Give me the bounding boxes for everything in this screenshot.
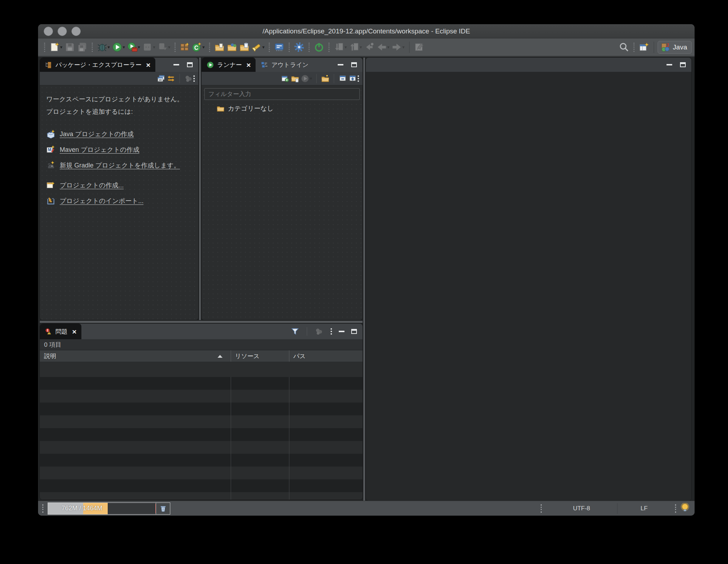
collapse-all-button[interactable]: [338, 74, 348, 84]
lightbulb-icon: [680, 503, 690, 512]
heap-status-widget[interactable]: 762M / 1464M: [48, 502, 170, 515]
maximize-view-button[interactable]: [351, 62, 357, 67]
save-button[interactable]: [64, 41, 76, 53]
toolbar-separator: [307, 327, 307, 336]
quick-access-search-button[interactable]: [618, 41, 630, 53]
back-button[interactable]: ▾: [375, 41, 391, 53]
filter-input[interactable]: [204, 88, 360, 100]
profile-button[interactable]: ▾: [141, 41, 156, 53]
close-window-button[interactable]: [44, 27, 53, 36]
toolbar-right-group: J Java: [618, 41, 692, 54]
maximize-view-button[interactable]: [680, 62, 686, 67]
maximize-view-button[interactable]: [351, 329, 357, 334]
smart-assist-button[interactable]: [680, 503, 690, 514]
expand-all-button[interactable]: [348, 74, 358, 84]
focus-on-active-task-button[interactable]: [183, 74, 193, 84]
console-view-button[interactable]: [273, 41, 285, 53]
zoom-window-button[interactable]: [71, 27, 81, 36]
run-configuration-button[interactable]: [280, 74, 290, 84]
tree-item-no-category[interactable]: カテゴリーなし: [202, 101, 363, 113]
search-button[interactable]: ▾: [251, 41, 266, 53]
toolbar-drag-handle[interactable]: [209, 43, 210, 52]
run-selected-button[interactable]: ▾: [300, 74, 313, 84]
filter-problems-button[interactable]: [290, 326, 300, 336]
java-perspective-button[interactable]: J Java: [658, 41, 692, 54]
tab-package-explorer[interactable]: パッケージ・エクスプローラー ×: [40, 58, 155, 72]
column-divider[interactable]: [231, 350, 231, 362]
tab-outline[interactable]: アウトライン: [256, 58, 313, 72]
minimize-window-button[interactable]: [58, 27, 67, 36]
maximize-view-button[interactable]: [187, 62, 193, 67]
run-button[interactable]: ▾: [111, 41, 126, 53]
minimize-view-button[interactable]: [339, 331, 344, 332]
toolbar-drag-handle[interactable]: [175, 43, 176, 52]
toolbar-separator: [316, 74, 317, 83]
save-all-button[interactable]: [76, 41, 89, 53]
minimize-view-button[interactable]: [338, 64, 343, 65]
run-garbage-collector-button[interactable]: [156, 503, 170, 514]
preferences-button[interactable]: [293, 41, 305, 53]
column-header-resource[interactable]: リソース: [235, 350, 259, 362]
create-gradle-project-link[interactable]: 新規 Gradle プロジェクトを作成します。: [60, 161, 180, 170]
open-type-icon: [214, 42, 225, 52]
coverage-button[interactable]: ▾: [156, 41, 172, 53]
sash-vertical[interactable]: [198, 58, 202, 321]
open-perspective-button[interactable]: [638, 41, 650, 53]
create-java-project-link[interactable]: Java プロジェクトの作成: [60, 130, 134, 138]
toolbar-drag-handle[interactable]: [44, 43, 45, 52]
collapse-all-button[interactable]: [156, 74, 166, 84]
statusbar-drag-handle[interactable]: [541, 504, 542, 513]
create-project-link[interactable]: プロジェクトの作成...: [60, 181, 124, 190]
toolbar-drag-handle[interactable]: [92, 43, 93, 52]
show-launch-configurations-button[interactable]: [290, 74, 300, 84]
statusbar-drag-handle[interactable]: [42, 504, 43, 513]
new-document-icon: [49, 42, 60, 52]
new-java-class-button[interactable]: C ▾: [191, 41, 206, 53]
gear-icon: [294, 42, 304, 52]
toolbar-drag-handle[interactable]: [328, 43, 330, 52]
view-menu-button[interactable]: [358, 75, 359, 82]
new-wizard-button[interactable]: ▾: [48, 41, 64, 53]
terminate-button[interactable]: [313, 41, 325, 53]
import-projects-link[interactable]: プロジェクトのインポート...: [60, 197, 144, 205]
encoding-indicator[interactable]: UTF-8: [546, 505, 617, 512]
list-item: M Maven プロジェクトの作成: [46, 145, 192, 154]
column-divider[interactable]: [289, 350, 289, 362]
last-edit-location-button[interactable]: [363, 41, 375, 53]
column-header-path[interactable]: パス: [293, 350, 306, 362]
close-tab-icon[interactable]: ×: [246, 61, 251, 69]
open-resource-button[interactable]: [238, 41, 251, 53]
toolbar-drag-handle[interactable]: [633, 43, 635, 52]
line-delimiter-indicator[interactable]: LF: [617, 505, 671, 512]
next-annotation-button[interactable]: ▾: [333, 41, 348, 53]
new-java-project-button[interactable]: [179, 42, 191, 53]
view-menu-button[interactable]: [193, 75, 195, 82]
pin-editor-button[interactable]: [413, 41, 425, 53]
minimize-view-button[interactable]: [173, 64, 179, 65]
close-tab-icon[interactable]: ×: [146, 61, 150, 69]
sash-vertical[interactable]: [363, 58, 366, 501]
column-header-description[interactable]: 説明: [44, 350, 56, 362]
run-external-tools-button[interactable]: ▾: [126, 41, 141, 53]
open-task-button[interactable]: [226, 41, 238, 53]
tab-problems[interactable]: 問題 ×: [40, 324, 81, 339]
tab-runner[interactable]: ランナー ×: [202, 58, 256, 72]
debug-button[interactable]: ▾: [96, 41, 111, 53]
runner-toolbar: ▾: [202, 72, 363, 85]
new-category-button[interactable]: [320, 74, 330, 84]
minimize-view-button[interactable]: [667, 64, 672, 65]
focus-on-active-task-button[interactable]: [314, 326, 324, 336]
create-maven-project-link[interactable]: Maven プロジェクトの作成: [60, 145, 139, 154]
previous-annotation-button[interactable]: ▾: [348, 41, 363, 53]
toolbar-drag-handle[interactable]: [269, 43, 270, 52]
open-type-button[interactable]: [213, 41, 226, 53]
link-with-editor-button[interactable]: [166, 74, 176, 84]
view-menu-button[interactable]: [331, 328, 332, 335]
problems-toolbar: [284, 324, 363, 339]
statusbar-drag-handle[interactable]: [675, 504, 676, 513]
toolbar-drag-handle[interactable]: [309, 43, 310, 52]
forward-button[interactable]: ▾: [391, 41, 406, 53]
sash-horizontal[interactable]: [40, 320, 363, 324]
close-tab-icon[interactable]: ×: [72, 328, 76, 335]
toolbar-drag-handle[interactable]: [289, 43, 290, 52]
